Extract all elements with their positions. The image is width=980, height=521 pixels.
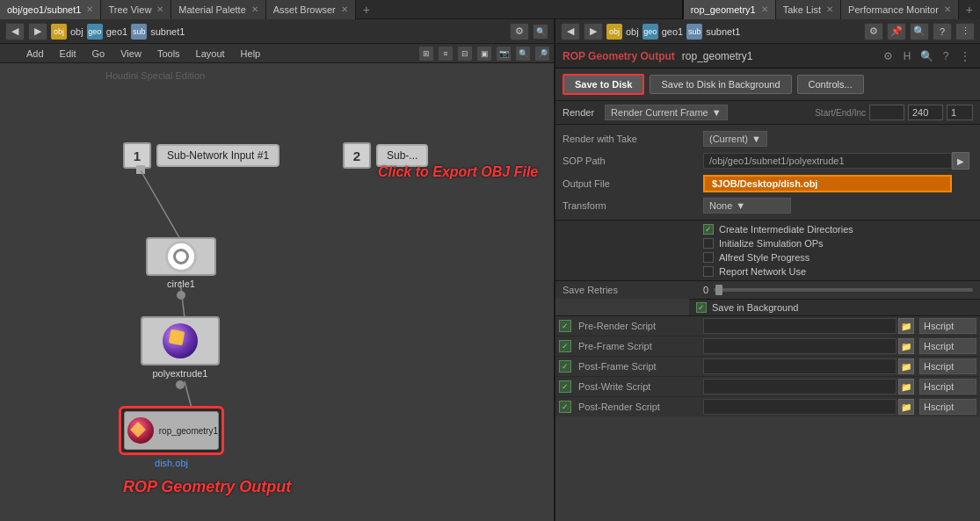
path-obj[interactable]: obj — [70, 26, 83, 37]
post-write-check[interactable]: ✓ — [559, 380, 571, 393]
post-write-script-row: ✓ Post-Write Script 📁 Hscript — [555, 377, 980, 397]
sop-path-label: SOP Path — [563, 156, 703, 166]
check-save-bg[interactable]: ✓ — [696, 302, 707, 313]
alfred-label: Alfred Style Progress — [719, 252, 809, 263]
network-icon-2[interactable]: ≡ — [438, 46, 454, 62]
save-disk-bg-button[interactable]: Save to Disk in Background — [650, 75, 791, 94]
sop-path-btn[interactable]: ▶ — [952, 152, 969, 170]
dropdown-arrow: ▼ — [712, 107, 722, 118]
rop-more-icon[interactable]: ⋮ — [957, 48, 973, 64]
render-range-label: Render — [563, 107, 594, 118]
tab-asset-browser[interactable]: Asset Browser ✕ — [266, 0, 356, 19]
menu-edit-label[interactable]: Edit — [53, 44, 83, 63]
tab-add[interactable]: + — [356, 3, 377, 17]
post-frame-check[interactable]: ✓ — [559, 360, 571, 373]
rop-node-name: rop_geometry1 — [682, 50, 753, 62]
controls-button[interactable]: Controls... — [797, 75, 864, 94]
tab-close-treeview[interactable]: ✕ — [156, 4, 163, 14]
save-to-disk-button[interactable]: Save to Disk — [563, 74, 644, 95]
post-frame-input[interactable] — [703, 358, 897, 374]
pre-render-check[interactable]: ✓ — [559, 320, 571, 332]
menu-layout-label[interactable]: Layout — [189, 44, 232, 63]
right-help-icon[interactable]: ? — [933, 23, 952, 40]
tab-perf-monitor[interactable]: Performance Monitor ✕ — [841, 0, 959, 19]
tab-close-material[interactable]: ✕ — [251, 4, 258, 14]
pre-render-input[interactable] — [703, 318, 897, 334]
network-icon-3[interactable]: ⊟ — [457, 46, 473, 62]
start-input[interactable] — [869, 105, 904, 120]
subnet-input-1[interactable]: 1 Sub-Network Input #1 — [123, 142, 279, 169]
nav-back-button[interactable]: ◀ — [5, 23, 25, 40]
network-icon-6[interactable]: 🔍 — [515, 46, 531, 62]
zoom-out-button[interactable]: 🔍 — [533, 24, 548, 40]
network-icon-5[interactable]: 📷 — [496, 46, 512, 62]
transform-dropdown[interactable]: None ▼ — [703, 198, 791, 213]
menu-help-label[interactable]: Help — [234, 44, 268, 63]
tab-close-asset[interactable]: ✕ — [341, 4, 348, 14]
tab-close-subnet1[interactable]: ✕ — [86, 4, 93, 14]
post-render-lang: Hscript — [919, 399, 976, 415]
menu-go-label[interactable]: Go — [85, 44, 113, 63]
geo1-icon-right: geo — [642, 24, 658, 40]
output-file-value[interactable]: $JOB/Desktop/dish.obj — [703, 175, 952, 192]
right-more-icon[interactable]: ⋮ — [955, 23, 975, 40]
post-frame-label: Post-Frame Script — [578, 361, 701, 372]
right-settings-icon[interactable]: ⚙ — [864, 23, 883, 40]
tab-take-list[interactable]: Take List ✕ — [776, 0, 841, 19]
path-geo1-right[interactable]: geo1 — [662, 26, 683, 37]
polyextrude1-node[interactable]: polyextrude1 — [141, 316, 220, 389]
check-init-sim[interactable] — [703, 238, 714, 249]
post-write-browse[interactable]: 📁 — [898, 379, 914, 394]
nav-forward-right[interactable]: ▶ — [584, 23, 603, 40]
rop-gear-icon[interactable]: ⚙ — [880, 48, 896, 64]
post-render-browse[interactable]: 📁 — [898, 399, 914, 415]
menu-view-label[interactable]: View — [113, 44, 149, 63]
view-options-button[interactable]: ⚙ — [510, 23, 529, 40]
retries-slider-thumb[interactable] — [715, 285, 722, 295]
pre-frame-browse[interactable]: 📁 — [898, 338, 914, 354]
menu-add[interactable] — [4, 44, 18, 63]
circle1-node[interactable]: circle1 — [146, 237, 216, 300]
rop-pin-icon[interactable]: H — [899, 48, 915, 64]
path-geo1[interactable]: geo1 — [106, 26, 127, 37]
render-take-dropdown[interactable]: (Current) ▼ — [703, 131, 767, 147]
tab-close-take[interactable]: ✕ — [826, 4, 833, 14]
right-search-icon[interactable]: 🔍 — [910, 23, 929, 40]
inc-input[interactable] — [947, 105, 973, 120]
check-report-network[interactable] — [703, 266, 714, 277]
tab-close-perf[interactable]: ✕ — [944, 4, 951, 14]
pre-render-browse[interactable]: 📁 — [898, 318, 914, 334]
check-alfred[interactable] — [703, 252, 714, 263]
rop-help-icon[interactable]: ? — [938, 48, 954, 64]
rop-search-icon[interactable]: 🔍 — [918, 48, 934, 64]
post-render-input[interactable] — [703, 399, 897, 415]
network-icon-4[interactable]: ▣ — [476, 46, 492, 62]
pre-frame-input[interactable] — [703, 338, 897, 354]
post-write-input[interactable] — [703, 379, 897, 394]
render-dropdown[interactable]: Render Current Frame ▼ — [605, 105, 728, 120]
post-frame-browse[interactable]: 📁 — [898, 358, 914, 374]
pre-frame-check[interactable]: ✓ — [559, 340, 571, 352]
nav-back-right[interactable]: ◀ — [561, 23, 580, 40]
tab-subnet1[interactable]: obj/geo1/subnet1 ✕ — [0, 0, 101, 19]
tab-material-palette[interactable]: Material Palette ✕ — [171, 0, 265, 19]
post-render-check[interactable]: ✓ — [559, 401, 571, 413]
path-subnet1-right[interactable]: subnet1 — [706, 26, 860, 37]
tab-add-right[interactable]: + — [959, 3, 980, 17]
rop-geometry1-node[interactable]: rop_geometry1 dish.obj — [119, 406, 224, 468]
pre-frame-lang: Hscript — [919, 338, 976, 354]
tab-close-rop[interactable]: ✕ — [761, 4, 768, 14]
tab-rop-geometry1[interactable]: rop_geometry1 ✕ — [684, 0, 776, 19]
menu-add-label[interactable]: Add — [19, 44, 51, 63]
tab-tree-view[interactable]: Tree View ✕ — [101, 0, 171, 19]
menu-tools-label[interactable]: Tools — [150, 44, 187, 63]
network-icon-7[interactable]: 🔎 — [534, 46, 550, 62]
nav-forward-button[interactable]: ▶ — [28, 23, 47, 40]
path-subnet1[interactable]: subnet1 — [150, 26, 506, 37]
end-input[interactable] — [908, 105, 943, 120]
subnet-input-2[interactable]: 2 Sub-... — [343, 142, 428, 169]
right-pin-icon[interactable]: 📌 — [887, 23, 906, 40]
path-obj-right[interactable]: obj — [626, 26, 639, 37]
network-icon-1[interactable]: ⊞ — [418, 46, 434, 62]
check-create-dirs[interactable]: ✓ — [703, 224, 714, 235]
